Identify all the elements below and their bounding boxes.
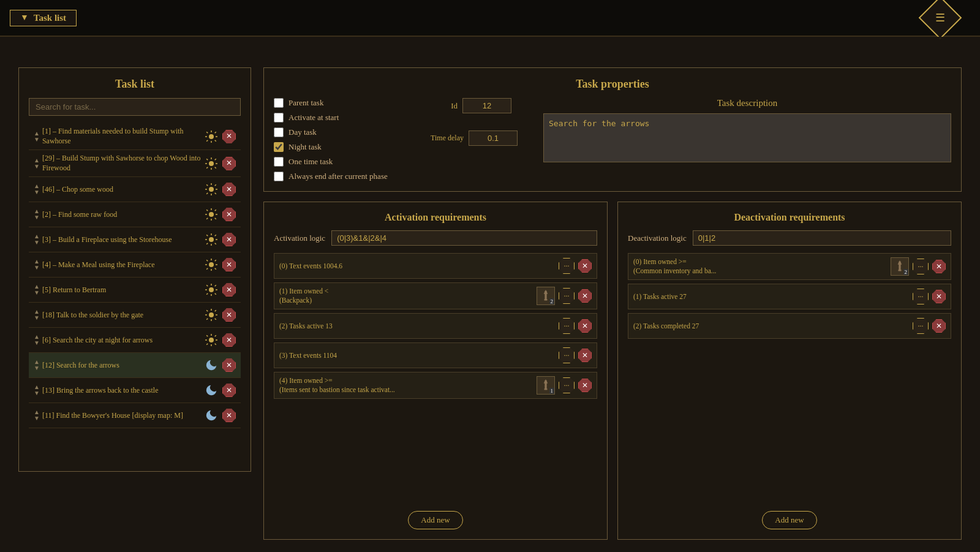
req-dots-button[interactable]: ··· bbox=[559, 377, 575, 393]
svg-marker-88 bbox=[898, 260, 902, 265]
task-item-label: [2] – Find some raw food bbox=[42, 210, 203, 220]
svg-point-54 bbox=[209, 287, 214, 292]
svg-point-0 bbox=[209, 134, 214, 139]
task-item[interactable]: ▲▼[18] Talk to the soldier by the gate✕ bbox=[29, 303, 241, 328]
task-item[interactable]: ▲▼[4] – Make a Meal using the Fireplace✕ bbox=[29, 252, 241, 278]
svg-line-78 bbox=[215, 344, 216, 345]
svg-line-50 bbox=[206, 260, 208, 262]
task-arrow-down[interactable]: ▼ bbox=[34, 390, 40, 396]
task-arrow-down[interactable]: ▼ bbox=[34, 365, 40, 371]
task-arrow-down[interactable]: ▼ bbox=[34, 315, 40, 321]
req-dots-button[interactable]: ··· bbox=[559, 347, 575, 363]
svg-point-63 bbox=[209, 312, 214, 317]
task-item-controls: ✕ bbox=[203, 155, 236, 172]
req-item-image: 1 bbox=[537, 376, 555, 395]
task-arrow-down[interactable]: ▼ bbox=[34, 290, 40, 296]
req-delete-button[interactable]: ✕ bbox=[578, 379, 592, 392]
svg-line-6 bbox=[215, 140, 216, 141]
req-dots-button[interactable]: ··· bbox=[913, 318, 929, 334]
task-item[interactable]: ▲▼[29] – Build Stump with Sawhorse to ch… bbox=[29, 150, 241, 177]
task-delete-button[interactable]: ✕ bbox=[222, 384, 236, 397]
task-arrow-down[interactable]: ▼ bbox=[34, 137, 40, 143]
svg-point-27 bbox=[209, 212, 214, 217]
task-list-panel: Task list ▲▼[1] – Find materials needed … bbox=[18, 67, 251, 472]
req-delete-button[interactable]: ✕ bbox=[578, 289, 592, 303]
task-delete-button[interactable]: ✕ bbox=[222, 358, 236, 372]
id-input[interactable] bbox=[462, 98, 511, 113]
task-delete-button[interactable]: ✕ bbox=[222, 130, 236, 143]
task-delete-button[interactable]: ✕ bbox=[222, 157, 236, 170]
task-item[interactable]: ▲▼[5] Return to Bertram✕ bbox=[29, 278, 241, 303]
req-delete-button[interactable]: ✕ bbox=[932, 260, 946, 273]
req-item-text: (2) Tasks active 13 bbox=[279, 322, 555, 331]
task-arrow-down[interactable]: ▼ bbox=[34, 189, 40, 195]
time-input[interactable] bbox=[469, 130, 518, 146]
deactivation-logic-input[interactable] bbox=[693, 230, 951, 246]
svg-line-70 bbox=[215, 311, 216, 312]
checkbox-always-end-after-current-phase[interactable] bbox=[274, 172, 284, 181]
svg-point-18 bbox=[209, 187, 214, 192]
task-desc-textarea[interactable] bbox=[543, 113, 951, 162]
req-dots-button[interactable]: ··· bbox=[559, 258, 575, 274]
task-item[interactable]: ▲▼[3] – Build a Fireplace using the Stor… bbox=[29, 227, 241, 252]
svg-point-9 bbox=[209, 161, 214, 166]
svg-line-5 bbox=[206, 132, 208, 133]
req-item: (1) Item owned < (Backpack)2···✕ bbox=[274, 282, 597, 309]
checkbox-row: One time task bbox=[274, 157, 409, 167]
req-dots-button[interactable]: ··· bbox=[559, 318, 575, 334]
task-arrow-down[interactable]: ▼ bbox=[34, 164, 40, 170]
svg-rect-89 bbox=[899, 270, 902, 271]
task-item[interactable]: ▲▼[1] – Find materials needed to build S… bbox=[29, 123, 241, 150]
checkbox-day-task[interactable] bbox=[274, 127, 284, 137]
req-delete-button[interactable]: ✕ bbox=[578, 259, 592, 273]
title-box: ▼ Task list bbox=[10, 10, 77, 26]
task-arrow-down[interactable]: ▼ bbox=[34, 415, 40, 422]
task-delete-button[interactable]: ✕ bbox=[222, 409, 236, 422]
task-arrow-down[interactable]: ▼ bbox=[34, 340, 40, 346]
task-delete-button[interactable]: ✕ bbox=[222, 258, 236, 271]
checkbox-label: Always end after current phase bbox=[288, 172, 388, 181]
task-item-label: [13] Bring the arrows back to the castle bbox=[42, 386, 203, 396]
moon-icon bbox=[203, 357, 220, 374]
req-delete-button[interactable]: ✕ bbox=[932, 319, 946, 333]
req-dots-button[interactable]: ··· bbox=[913, 289, 929, 304]
activation-add-new-button[interactable]: Add new bbox=[408, 511, 462, 529]
search-input[interactable] bbox=[29, 98, 241, 116]
task-arrow-down[interactable]: ▼ bbox=[34, 265, 40, 271]
deactivation-add-new-button[interactable]: Add new bbox=[762, 511, 816, 529]
moon-icon bbox=[203, 382, 220, 399]
req-delete-button[interactable]: ✕ bbox=[578, 319, 592, 333]
task-delete-button[interactable]: ✕ bbox=[222, 333, 236, 347]
task-item[interactable]: ▲▼[46] – Chop some wood✕ bbox=[29, 177, 241, 202]
task-item[interactable]: ▲▼[6] Search the city at night for arrow… bbox=[29, 328, 241, 353]
activation-logic-input[interactable] bbox=[331, 230, 597, 246]
task-delete-button[interactable]: ✕ bbox=[222, 233, 236, 246]
req-delete-button[interactable]: ✕ bbox=[932, 290, 946, 303]
task-item[interactable]: ▲▼[11] Find the Bowyer's House [display … bbox=[29, 403, 241, 428]
task-delete-button[interactable]: ✕ bbox=[222, 308, 236, 322]
task-delete-button[interactable]: ✕ bbox=[222, 183, 236, 196]
checkbox-one-time-task[interactable] bbox=[274, 157, 284, 167]
req-dots-button[interactable]: ··· bbox=[913, 259, 929, 274]
req-item-text: (0) Text events 1004.6 bbox=[279, 262, 555, 271]
task-delete-button[interactable]: ✕ bbox=[222, 208, 236, 221]
checkbox-parent-task[interactable] bbox=[274, 98, 284, 108]
task-delete-button[interactable]: ✕ bbox=[222, 283, 236, 297]
checkbox-night-task[interactable] bbox=[274, 142, 284, 152]
svg-line-33 bbox=[215, 218, 216, 219]
task-item[interactable]: ▲▼[12] Search for the arrows✕ bbox=[29, 353, 241, 378]
task-props-panel: Task properties Parent taskActivate at s… bbox=[263, 67, 962, 192]
svg-line-34 bbox=[215, 210, 216, 211]
task-desc-title: Task description bbox=[543, 98, 951, 108]
task-item-controls: ✕ bbox=[203, 181, 236, 198]
checkbox-label: Day task bbox=[288, 127, 317, 137]
task-arrow-down[interactable]: ▼ bbox=[34, 240, 40, 246]
task-item[interactable]: ▲▼[2] – Find some raw food✕ bbox=[29, 202, 241, 227]
svg-marker-82 bbox=[544, 290, 548, 294]
task-arrow-down[interactable]: ▼ bbox=[34, 214, 40, 221]
req-dots-button[interactable]: ··· bbox=[559, 288, 575, 304]
checkbox-activate-at-start[interactable] bbox=[274, 113, 284, 123]
task-item[interactable]: ▲▼[13] Bring the arrows back to the cast… bbox=[29, 378, 241, 403]
req-delete-button[interactable]: ✕ bbox=[578, 349, 592, 362]
svg-line-62 bbox=[206, 293, 208, 295]
